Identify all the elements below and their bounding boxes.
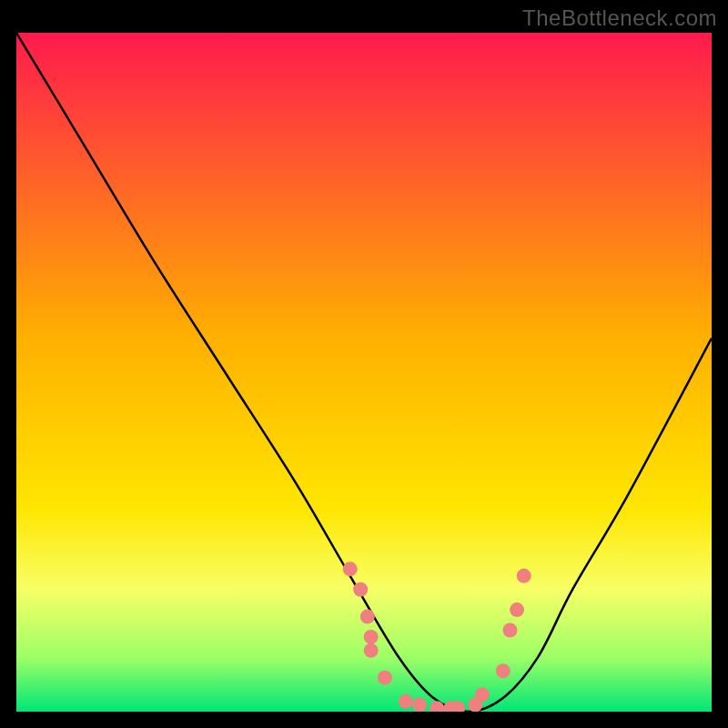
scatter-point	[360, 610, 375, 624]
scatter-point	[364, 630, 379, 644]
chart-plot-area	[16, 33, 712, 712]
gradient-background	[16, 33, 712, 712]
scatter-point	[517, 569, 531, 583]
chart-frame: TheBottleneck.com	[0, 0, 728, 728]
scatter-point	[364, 643, 379, 658]
watermark-text: TheBottleneck.com	[522, 5, 717, 31]
scatter-point	[412, 698, 427, 712]
scatter-point	[510, 602, 524, 617]
scatter-point	[475, 687, 490, 702]
scatter-point	[502, 622, 517, 637]
scatter-point	[353, 582, 368, 597]
scatter-point	[496, 663, 511, 678]
chart-svg	[16, 33, 712, 712]
scatter-point	[343, 561, 358, 576]
scatter-point	[378, 671, 392, 685]
scatter-point	[399, 694, 413, 709]
